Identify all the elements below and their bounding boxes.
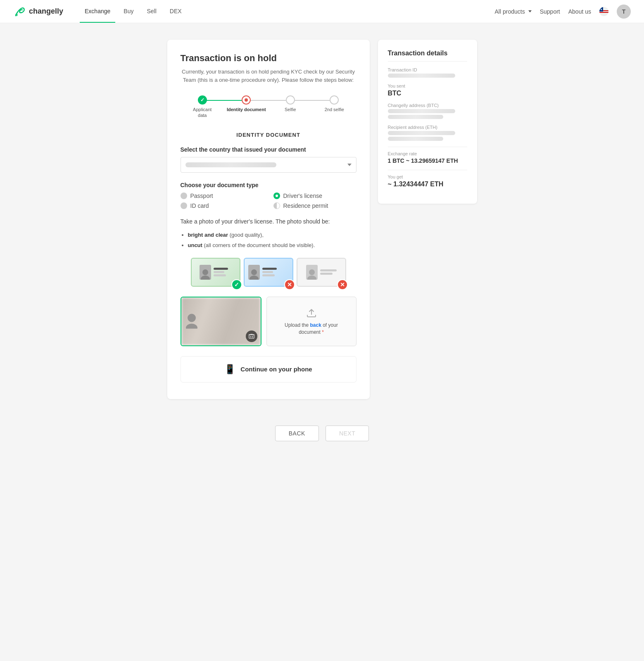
radio-circle-residence <box>273 202 280 209</box>
form-card: Transaction is on hold Currently, your t… <box>167 40 370 399</box>
svg-point-5 <box>201 276 210 280</box>
radio-label-id: ID card <box>190 202 209 209</box>
svg-text:★: ★ <box>600 8 602 11</box>
step-identity: Identity document <box>224 95 269 112</box>
recipient-addr-label: Recipient address (ETH) <box>388 125 467 130</box>
svg-point-8 <box>309 269 315 275</box>
transaction-details-card: Transaction details Transaction ID You s… <box>378 40 477 204</box>
svg-point-4 <box>202 269 208 275</box>
step-label-2: Identity document <box>227 107 266 112</box>
example-bad-2: ✕ <box>297 258 346 287</box>
detail-divider-2 <box>388 170 467 170</box>
radio-label-drivers: Driver's license <box>283 193 322 199</box>
radio-circle-drivers <box>273 193 280 199</box>
bullet-list: bright and clear (good quality), uncut (… <box>181 231 356 250</box>
nav-buy[interactable]: Buy <box>119 0 138 23</box>
svg-point-10 <box>188 314 196 322</box>
phone-continue-button[interactable]: 📱 Continue on your phone <box>181 356 356 383</box>
step-line-2 <box>246 100 290 101</box>
tx-id-label: Transaction ID <box>388 67 467 72</box>
recipient-addr-blur-2 <box>388 137 443 141</box>
bottom-buttons: BACK NEXT <box>0 426 644 441</box>
you-get-row: You get ~ 1.32434447 ETH <box>388 174 467 188</box>
delete-front-button[interactable] <box>246 330 257 342</box>
upload-back-label: Upload the back of your document * <box>285 322 338 336</box>
about-link[interactable]: About us <box>568 8 591 15</box>
you-sent-value: BTC <box>388 90 467 97</box>
step-circle-3 <box>286 95 295 105</box>
radio-drivers-license[interactable]: Driver's license <box>273 193 356 199</box>
id-face-silhouette <box>185 313 198 330</box>
bullet-2: uncut (all corners of the document shoul… <box>188 241 356 250</box>
step-label-3: Selfie <box>285 107 296 112</box>
example-bad-1: ✕ <box>244 258 293 287</box>
radio-circle-passport <box>181 193 187 199</box>
changelly-addr-row: Changelly address (BTC) <box>388 103 467 119</box>
step-circle-4 <box>330 95 339 105</box>
step-selfie2: 2nd selfie <box>312 95 356 112</box>
svg-point-6 <box>251 269 257 275</box>
step-circle-2 <box>242 95 251 105</box>
next-button[interactable]: NEXT <box>326 426 369 441</box>
stepper: Applicantdata Identity document Selfie 2… <box>181 95 356 119</box>
nav-exchange[interactable]: Exchange <box>80 0 115 23</box>
example-images: ✓ <box>181 258 356 287</box>
face-icon-bad1 <box>248 268 260 280</box>
step-label-4: 2nd selfie <box>325 107 344 112</box>
exchange-rate-label: Exchange rate <box>388 151 467 156</box>
user-avatar[interactable]: T <box>617 5 631 19</box>
phone-label: Continue on your phone <box>240 366 312 373</box>
example-good: ✓ <box>191 258 240 287</box>
header-right: All products Support About us ★ T <box>495 5 631 19</box>
back-button[interactable]: BACK <box>275 426 319 441</box>
upload-back-box[interactable]: Upload the back of your document * <box>266 297 356 346</box>
upload-front-box[interactable] <box>181 297 261 346</box>
main-nav: Exchange Buy Sell DEX <box>80 0 495 23</box>
face-icon-good <box>200 268 211 280</box>
upload-back-text: back <box>310 322 321 328</box>
step-line-1 <box>202 100 247 101</box>
recipient-addr-blur-1 <box>388 131 455 135</box>
exchange-rate-value: 1 BTC ~ 13.29659147 ETH <box>388 157 467 164</box>
radio-passport[interactable]: Passport <box>181 193 264 199</box>
recipient-addr-row: Recipient address (ETH) <box>388 125 467 141</box>
exchange-rate-row: Exchange rate 1 BTC ~ 13.29659147 ETH <box>388 151 467 164</box>
chevron-down-icon <box>528 10 532 12</box>
header: changelly Exchange Buy Sell DEX All prod… <box>0 0 644 23</box>
you-sent-label: You sent <box>388 83 467 88</box>
page-subtitle: Currently, your transaction is on hold p… <box>181 68 356 84</box>
svg-rect-12 <box>249 335 254 338</box>
nav-dex[interactable]: DEX <box>165 0 187 23</box>
badge-x-1: ✕ <box>284 279 295 290</box>
bullet-1: bright and clear (good quality), <box>188 231 356 239</box>
radio-id-card[interactable]: ID card <box>181 202 264 209</box>
logo[interactable]: changelly <box>13 5 63 18</box>
badge-checkmark: ✓ <box>231 279 242 290</box>
tx-id-row: Transaction ID <box>388 67 467 78</box>
flag-icon: ★ <box>599 7 608 16</box>
page-title: Transaction is on hold <box>181 53 356 64</box>
step-selfie: Selfie <box>269 95 313 112</box>
upload-icon <box>305 307 318 319</box>
all-products-button[interactable]: All products <box>495 8 532 15</box>
support-link[interactable]: Support <box>540 8 560 15</box>
section-title: IDENTITY DOCUMENT <box>181 132 356 138</box>
svg-point-9 <box>307 276 316 280</box>
radio-residence[interactable]: Residence permit <box>273 202 356 209</box>
instructions-text: Take a photo of your driver's license. T… <box>181 217 356 226</box>
step-circle-1 <box>198 95 207 105</box>
nav-sell[interactable]: Sell <box>142 0 161 23</box>
details-title: Transaction details <box>388 50 467 62</box>
tx-id-blur <box>388 74 455 78</box>
step-applicant: Applicantdata <box>181 95 225 119</box>
you-get-label: You get <box>388 174 467 179</box>
upload-row: Upload the back of your document * <box>181 297 356 346</box>
svg-point-11 <box>186 323 197 328</box>
face-icon-bad2 <box>306 268 318 280</box>
you-get-value: ~ 1.32434447 ETH <box>388 181 467 188</box>
country-label: Select the country that issued your docu… <box>181 146 356 153</box>
phone-icon: 📱 <box>224 364 235 375</box>
country-select-blur <box>185 162 276 167</box>
changelly-addr-blur-1 <box>388 109 455 113</box>
step-label-1: Applicantdata <box>193 107 211 119</box>
